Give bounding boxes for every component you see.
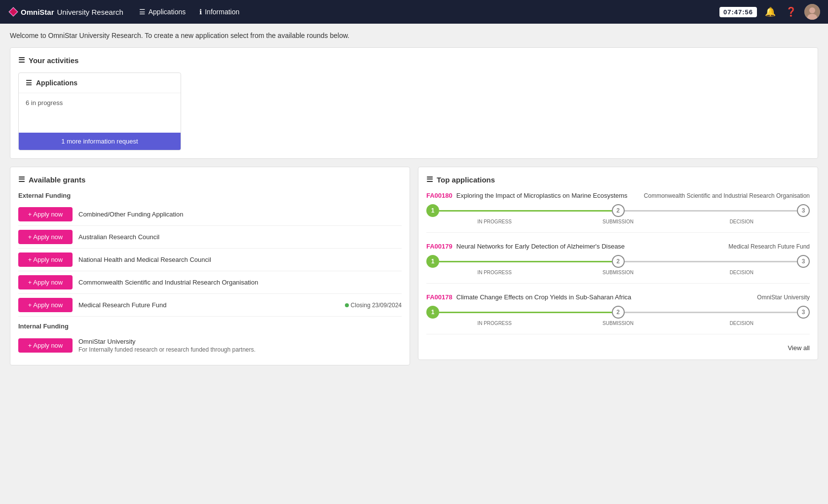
app-header-fa00180: FA00180 Exploring the Impact of Micropla… bbox=[426, 192, 810, 199]
top-applications-column: ☰ Top applications FA00180 Exploring the… bbox=[418, 167, 818, 373]
information-nav-icon: ℹ bbox=[199, 8, 202, 16]
connector-2-fa00179 bbox=[625, 261, 797, 262]
step-circle-2-fa00179: 2 bbox=[612, 255, 625, 268]
top-applications-panel: ☰ Top applications FA00180 Exploring the… bbox=[418, 167, 818, 360]
closing-dot-icon bbox=[345, 303, 349, 307]
sl3-fa00178 bbox=[674, 321, 686, 326]
notifications-button[interactable]: 🔔 bbox=[763, 4, 778, 19]
grant-mrff-closing-text: Closing 23/09/2024 bbox=[351, 302, 402, 309]
activities-title: ☰ Your activities bbox=[18, 56, 810, 65]
grant-row-omnistar: + Apply now OmniStar University For Inte… bbox=[18, 334, 402, 357]
app-title-fa00180: Exploring the Impact of Microplastics on… bbox=[456, 192, 640, 199]
apply-csiro-button[interactable]: + Apply now bbox=[18, 275, 73, 289]
activities-card-header: ☰ Applications bbox=[19, 73, 181, 93]
apply-omnistar-label: + Apply now bbox=[28, 342, 63, 349]
app-id-fa00180[interactable]: FA00180 bbox=[426, 192, 452, 199]
app-id-fa00179[interactable]: FA00179 bbox=[426, 243, 452, 250]
app-title-fa00179: Neural Networks for Early Detection of A… bbox=[456, 243, 724, 250]
step-label-decision-fa00180: DECISION bbox=[686, 219, 797, 224]
app-header-fa00178: FA00178 Climate Change Effects on Crop Y… bbox=[426, 293, 810, 301]
step-label-inprogress-fa00179: IN PROGRESS bbox=[439, 270, 550, 275]
grant-omnistar-info: OmniStar University For Internally funde… bbox=[78, 338, 256, 353]
applications-card-icon: ☰ bbox=[26, 79, 32, 87]
nav-information[interactable]: ℹ Information bbox=[193, 5, 245, 19]
top-applications-icon: ☰ bbox=[426, 175, 433, 184]
step-3-fa00178: 3 bbox=[797, 306, 810, 319]
apply-mrff-button[interactable]: + Apply now bbox=[18, 298, 73, 312]
app-org-fa00180: Commonwealth Scientific and Industrial R… bbox=[644, 192, 810, 199]
step-2-fa00179: 2 bbox=[612, 255, 625, 268]
app-entry-fa00178: FA00178 Climate Change Effects on Crop Y… bbox=[426, 293, 810, 334]
grant-csiro-name: Commonwealth Scientific and Industrial R… bbox=[78, 279, 402, 286]
time-display: 07:47:56 bbox=[719, 7, 757, 17]
step-circle-3-fa00178: 3 bbox=[797, 306, 810, 319]
view-all-button[interactable]: View all bbox=[788, 344, 810, 352]
apply-omnistar-button[interactable]: + Apply now bbox=[18, 338, 73, 353]
sl1-fa00178 bbox=[426, 321, 439, 326]
brand-logo[interactable]: OmniStar University Research bbox=[8, 6, 123, 17]
apply-nhmrc-button[interactable]: + Apply now bbox=[18, 252, 73, 267]
help-button[interactable]: ❓ bbox=[784, 4, 798, 19]
nav-links: ☰ Applications ℹ Information bbox=[133, 5, 710, 19]
step-2-fa00178: 2 bbox=[612, 306, 625, 319]
connector-2-fa00178 bbox=[625, 312, 797, 313]
app-org-fa00179: Medical Research Future Fund bbox=[728, 243, 810, 250]
applications-nav-icon: ☰ bbox=[139, 8, 146, 16]
app-entry-fa00180: FA00180 Exploring the Impact of Micropla… bbox=[426, 192, 810, 233]
step-1-fa00180: 1 bbox=[426, 204, 439, 217]
step-circle-1-fa00180: 1 bbox=[426, 204, 439, 217]
grant-mrff-name: Medical Research Future Fund bbox=[78, 301, 339, 309]
app-entry-fa00179: FA00179 Neural Networks for Early Detect… bbox=[426, 243, 810, 284]
nav-applications[interactable]: ☰ Applications bbox=[133, 5, 192, 19]
navbar: OmniStar University Research ☰ Applicati… bbox=[0, 0, 828, 24]
apply-mrff-label: + Apply now bbox=[28, 301, 63, 309]
connector-2-fa00180 bbox=[625, 210, 797, 212]
top-applications-title: ☰ Top applications bbox=[426, 175, 810, 184]
grants-panel: ☰ Available grants External Funding + Ap… bbox=[10, 167, 410, 365]
internal-funding-label: Internal Funding bbox=[18, 323, 402, 330]
step-circle-3-fa00179: 3 bbox=[797, 255, 810, 268]
welcome-message: Welcome to OmniStar University Research.… bbox=[10, 32, 818, 39]
grant-row-combined: + Apply now Combined/Other Funding Appli… bbox=[18, 203, 402, 226]
sl2-fa00178 bbox=[550, 321, 563, 326]
nav-information-label: Information bbox=[205, 8, 239, 16]
apply-arc-label: + Apply now bbox=[28, 233, 63, 241]
activities-card-body: 6 in progress bbox=[19, 93, 181, 133]
step-label-decision-fa00179: DECISION bbox=[686, 270, 797, 275]
brand-subtitle: University Research bbox=[57, 8, 123, 16]
app-steps-fa00178: 1 2 3 bbox=[426, 306, 810, 319]
step-2-fa00180: 2 bbox=[612, 204, 625, 217]
apply-combined-button[interactable]: + Apply now bbox=[18, 207, 73, 221]
user-avatar-icon bbox=[804, 4, 820, 20]
activities-panel: ☰ Your activities ☰ Applications 6 in pr… bbox=[10, 47, 818, 159]
step-label-1-fa00180 bbox=[426, 219, 439, 224]
step-3-fa00180: 3 bbox=[797, 204, 810, 217]
connector-1-fa00180 bbox=[439, 210, 612, 212]
navbar-right: 07:47:56 🔔 ❓ bbox=[719, 4, 820, 20]
grant-row-csiro: + Apply now Commonwealth Scientific and … bbox=[18, 271, 402, 294]
step-label-end-fa00180 bbox=[797, 219, 810, 224]
apply-arc-button[interactable]: + Apply now bbox=[18, 230, 73, 244]
grant-row-nhmrc: + Apply now National Health and Medical … bbox=[18, 249, 402, 271]
sl3-fa00179 bbox=[674, 270, 686, 275]
step-label-decision-fa00178: DECISION bbox=[686, 321, 797, 326]
external-funding-label: External Funding bbox=[18, 192, 402, 199]
grant-row-mrff: + Apply now Medical Research Future Fund… bbox=[18, 294, 402, 317]
nav-applications-label: Applications bbox=[149, 8, 186, 16]
app-id-fa00178[interactable]: FA00178 bbox=[426, 293, 452, 301]
info-request-button[interactable]: 1 more information request bbox=[19, 133, 181, 150]
grant-combined-name: Combined/Other Funding Application bbox=[78, 211, 402, 218]
step-circle-3-fa00180: 3 bbox=[797, 204, 810, 217]
view-all-row: View all bbox=[426, 344, 810, 352]
step-label-submission-fa00178: SUBMISSION bbox=[563, 321, 673, 326]
activities-icon: ☰ bbox=[18, 56, 25, 65]
apply-csiro-label: + Apply now bbox=[28, 279, 63, 286]
in-progress-count: 6 in progress bbox=[26, 99, 174, 107]
sl4-fa00179 bbox=[797, 270, 810, 275]
omnistar-logo-icon bbox=[8, 6, 19, 17]
apply-combined-label: + Apply now bbox=[28, 211, 63, 218]
avatar[interactable] bbox=[804, 4, 820, 20]
applications-card-title: Applications bbox=[36, 79, 77, 87]
app-title-fa00178: Climate Change Effects on Crop Yields in… bbox=[456, 293, 753, 301]
main-content: Welcome to OmniStar University Research.… bbox=[0, 24, 828, 381]
